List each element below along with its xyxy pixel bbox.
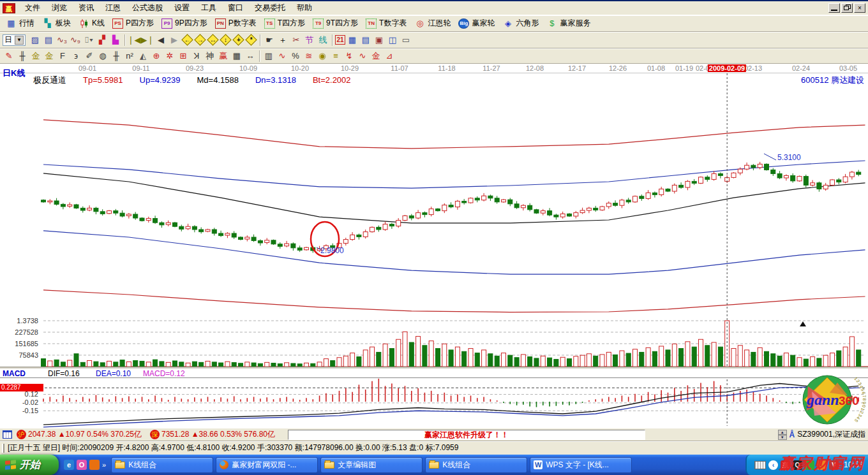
toolbar-quotes-button[interactable]: ▦行情 (3, 17, 38, 29)
taskbar-task-5[interactable]: WWPS 文字 - [K线... (530, 457, 632, 473)
view-calculator-icon[interactable]: ▦ (346, 34, 359, 47)
view-zoom-all-icon[interactable]: + (232, 34, 244, 45)
view-prev-icon[interactable]: ◀ (154, 34, 167, 47)
toolbar-winner-service-button[interactable]: $赢家服务 (543, 17, 594, 29)
view-pattern-view-icon[interactable]: ▨ (29, 34, 41, 47)
view-net-icon[interactable]: ◫ (386, 34, 399, 47)
view-zoom-left-icon[interactable]: ← (181, 34, 193, 45)
draw-k-mark-icon[interactable]: Ʞ (190, 50, 203, 62)
draw-marker-pen-icon[interactable]: ✐ (83, 50, 96, 62)
view-wave3-icon[interactable]: ∿₃ (56, 34, 68, 47)
menu-浏览[interactable]: 浏览 (46, 1, 73, 15)
toolbar-9p-square-button[interactable]: P99P四方形 (158, 17, 211, 29)
draw-grid-tool-icon[interactable]: ╫ (16, 50, 29, 62)
draw-wave-band-icon[interactable]: ∿ (356, 50, 369, 62)
taskbar-task-2[interactable]: 赢家财富网双阳 -... (216, 457, 318, 473)
draw-width-tool-icon[interactable]: ↔ (244, 50, 257, 62)
view-calendar-icon[interactable]: 21 (335, 35, 345, 45)
view-next-icon[interactable]: ▶ (168, 34, 181, 47)
view-node-tool-icon[interactable]: 节 (303, 34, 316, 47)
draw-wedge-tool-icon[interactable]: ⊿ (383, 50, 396, 62)
firefox-quicklaunch-icon[interactable] (89, 460, 100, 470)
draw-star-grid-icon[interactable]: ✲ (163, 50, 176, 62)
toolbar-winner-wheel-button[interactable]: Big赢家轮 (455, 17, 498, 29)
toolbar-t-square-button[interactable]: TST四方形 (261, 17, 308, 29)
view-hand-tool-icon[interactable]: ☛ (263, 34, 276, 47)
toolbar-p-square-button[interactable]: PSP四方形 (109, 17, 157, 29)
draw-angle-tool-icon[interactable]: ◭ (137, 50, 149, 62)
draw-flag-tool-icon[interactable]: ↯ (343, 50, 355, 62)
menu-帮助[interactable]: 帮助 (291, 1, 318, 15)
taskbar-task-4[interactable]: K线组合 (425, 457, 527, 473)
view-zoom-h-icon[interactable]: ↔ (207, 34, 218, 45)
view-printer-icon[interactable]: ▭ (400, 34, 412, 47)
toolbar-sectors-button[interactable]: ▚板块 (39, 17, 74, 29)
view-line-tool-icon[interactable]: 线 (317, 34, 329, 47)
draw-ruler-grid-icon[interactable]: ╫ (110, 50, 123, 62)
draw-gold-lines-icon[interactable]: ≡ (329, 50, 342, 62)
shield-tray-icon[interactable]: V (829, 460, 839, 470)
view-red-pattern-icon[interactable]: ▞ (96, 34, 108, 47)
draw-arc-tool-icon[interactable]: ϶ (70, 50, 82, 62)
view-cut-tool-icon[interactable]: ✂ (290, 34, 303, 47)
tray-collapse-icon[interactable]: ‹ (768, 460, 778, 470)
view-first-page-icon[interactable]: ❘◀ (128, 34, 140, 47)
view-notes-icon[interactable]: ▤ (359, 34, 372, 47)
view-zoom-v-icon[interactable]: ↕ (220, 34, 231, 45)
scrolling-notice[interactable]: 赢家江恩软件升级了！！ (288, 430, 645, 440)
menu-交易委托[interactable]: 交易委托 (249, 1, 291, 15)
minimize-button[interactable] (828, 3, 840, 13)
chart-area[interactable]: 09-0109-1109-2310-0910-2010-2911-0711-18… (0, 64, 868, 428)
quicklaunch-overflow-chevron[interactable]: » (102, 461, 106, 469)
start-button[interactable]: 开始 (0, 455, 59, 475)
toolbar-kline-button[interactable]: K线 (75, 17, 108, 29)
menu-设置[interactable]: 设置 (168, 1, 195, 15)
view-zoom-star-icon[interactable]: * (245, 34, 257, 45)
qq-tray-icon[interactable]: Q (793, 460, 802, 470)
menu-江恩[interactable]: 江恩 (100, 1, 126, 15)
calendar-status-icon[interactable] (3, 430, 12, 439)
draw-percent-line-icon[interactable]: ≊ (303, 50, 315, 62)
view-bottle-tool-icon[interactable]: ⌷▾ (82, 34, 95, 47)
view-zoom-right-icon[interactable]: → (194, 34, 206, 45)
draw-shen-tool-icon[interactable]: 神 (204, 50, 216, 62)
draw-gold-red-icon[interactable]: 金 (370, 50, 382, 62)
taskbar-task-3[interactable]: 文章编辑图 (320, 457, 423, 473)
orange-tray-icon[interactable] (817, 460, 827, 470)
view-save-icon[interactable]: ▣ (373, 34, 385, 47)
draw-gold-grid1-icon[interactable]: 金 (29, 50, 42, 62)
view-last-page-icon[interactable]: ▶❘ (141, 34, 154, 47)
draw-f-grid-icon[interactable]: F (56, 50, 69, 62)
pink-app-quicklaunch-icon[interactable]: O (77, 460, 87, 470)
toolbar-t-table-button[interactable]: TNT数字表 (363, 17, 410, 29)
view-color-chart-icon[interactable]: ▙ (109, 34, 122, 47)
draw-gold-circle-icon[interactable]: ◉ (316, 50, 329, 62)
chevron-down-icon[interactable]: ▼ (15, 36, 24, 45)
draw-percent-wave-icon[interactable]: ∿ (276, 50, 288, 62)
toolbar-hexagon-button[interactable]: ◈六角形 (499, 17, 542, 29)
draw-target-tool-icon[interactable]: ⊕ (150, 50, 163, 62)
green-tray-icon[interactable] (805, 460, 814, 470)
draw-gold-grid2-icon[interactable]: 金 (43, 50, 56, 62)
toolbar-p-table-button[interactable]: PNP数字表 (212, 17, 260, 29)
period-select[interactable]: 日▼ (3, 34, 26, 46)
restore-button[interactable] (841, 3, 853, 13)
taskbar-task-1[interactable]: K线组合 (111, 457, 213, 473)
menu-资讯[interactable]: 资讯 (73, 1, 100, 15)
menu-文件[interactable]: 文件 (19, 1, 46, 15)
menu-窗口[interactable]: 窗口 (222, 1, 249, 15)
draw-circle-grid-icon[interactable]: ◍ (96, 50, 109, 62)
toolbar-gann-wheel-button[interactable]: ◎江恩轮 (411, 17, 454, 29)
draw-ruler123-icon[interactable]: ▦ (230, 50, 243, 62)
close-button[interactable]: × (854, 3, 865, 13)
menu-工具[interactable]: 工具 (195, 1, 222, 15)
winner-tray-icon[interactable]: 赢 (781, 460, 790, 470)
menu-公式选股[interactable]: 公式选股 (126, 1, 168, 15)
draw-n2-tool-icon[interactable]: n² (123, 50, 136, 62)
draw-pen-tool-icon[interactable]: ✎ (3, 50, 15, 62)
draw-square-grid-icon[interactable]: ⊞ (177, 50, 190, 62)
draw-percent-icon[interactable]: % (289, 50, 302, 62)
ime-keyboard-icon[interactable] (754, 461, 766, 469)
view-crosshair-tool-icon[interactable]: ＋ (276, 34, 289, 47)
view-info-list-icon[interactable]: ▤ (42, 34, 55, 47)
